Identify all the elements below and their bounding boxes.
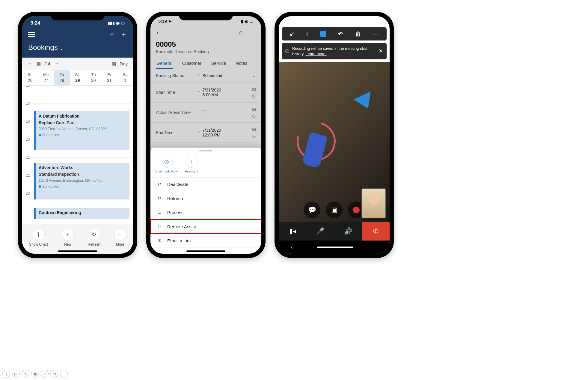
- booking-card[interactable]: A Datum Fabrication Replace Core Part 30…: [34, 111, 129, 150]
- collapse-icon[interactable]: ↙: [290, 30, 295, 37]
- call-bar: ▮◂ 🎤 🔊 ✆: [279, 222, 390, 241]
- card-title: A Datum Fabrication: [39, 114, 126, 118]
- prev-arrow-icon[interactable]: ←: [28, 61, 33, 67]
- ink-icon[interactable]: ℓ: [306, 31, 308, 37]
- refresh-item[interactable]: ↻Refresh: [150, 191, 261, 205]
- remote-assist-item[interactable]: ⬡Remote Assist: [150, 220, 261, 234]
- capture-button[interactable]: ▣: [326, 202, 343, 218]
- recording-banner: ⓘ Recording will be saved in the meeting…: [282, 43, 387, 59]
- android-nav: ‹: [279, 241, 390, 254]
- day-col-today[interactable]: We29: [70, 70, 86, 85]
- app-header: 9:24 ▮▮▮ ◉ ▭ ⌕ ＋ Bookings⌄: [22, 16, 133, 58]
- card-subtitle: Standard Inspection: [39, 172, 126, 177]
- mic-button[interactable]: 🎤: [307, 222, 334, 241]
- video-feed[interactable]: 💬 ▣: [279, 62, 390, 222]
- weekday-header: Su26 Mo27 Tu28 We29 Th30 Fr31 Sa1: [22, 70, 133, 85]
- chevron-down-icon: ⌄: [60, 46, 63, 51]
- self-video-pip[interactable]: [361, 188, 386, 218]
- target-icon: ◎: [161, 156, 173, 168]
- bottom-toolbar: ⭱Show Chart ＋New ↻Refresh ⋯More: [22, 224, 133, 254]
- notch: [51, 12, 105, 20]
- new-button[interactable]: ＋New: [62, 229, 74, 247]
- color-swatch[interactable]: [320, 31, 326, 37]
- speaker-button[interactable]: 🔊: [334, 222, 362, 241]
- card-subtitle: Replace Core Part: [39, 120, 126, 125]
- start-task-flow-button[interactable]: ◎Start Task Flow: [155, 156, 178, 173]
- banner-text: Recording will be saved in the meeting c…: [292, 46, 376, 56]
- signal-icon: ▾▴: [364, 19, 369, 24]
- undo-icon[interactable]: ↶: [338, 30, 343, 37]
- lightbulb-icon: ♀: [186, 156, 197, 168]
- plus-icon: ＋: [62, 229, 74, 241]
- info-icon: ⓘ: [285, 49, 289, 54]
- notch: [179, 12, 233, 20]
- card-address: 3000 East 1st Avenue, Denver, CO, 80206: [39, 127, 126, 131]
- more-button[interactable]: ⋯More: [114, 229, 126, 247]
- day-col[interactable]: Th30: [85, 70, 101, 85]
- day-col[interactable]: Fr31: [101, 70, 117, 85]
- signal-icon: ▮▮▮: [108, 21, 115, 25]
- calendar-grid[interactable]: 13 18 19 20 21 22 23 A Datum Fabrication…: [22, 85, 133, 224]
- refresh-icon: ↻: [88, 229, 100, 241]
- close-icon[interactable]: ✕: [379, 47, 383, 55]
- deactivate-icon: 🗋: [156, 182, 162, 187]
- camera-button[interactable]: ▮◂: [279, 222, 307, 241]
- day-col[interactable]: Sa1: [117, 70, 133, 85]
- trash-icon[interactable]: 🗑: [355, 31, 361, 37]
- calendar-nav: ← ▦ Jul → ▦ Day: [22, 58, 133, 70]
- process-icon: ▭: [156, 210, 162, 215]
- hangup-button[interactable]: ✆: [362, 222, 390, 241]
- card-status: Scheduled: [39, 133, 126, 137]
- email-icon: ✉: [156, 238, 162, 243]
- action-list: 🗋Deactivate ↻Refresh ▭Process ⬡Remote As…: [150, 177, 261, 248]
- chart-icon: ⭱: [33, 229, 45, 241]
- day-col-selected[interactable]: Tu28: [54, 70, 70, 85]
- add-icon[interactable]: ＋: [120, 30, 127, 39]
- card-address: 162 S Avenue, Bloomington, MN, 55425: [39, 178, 126, 183]
- email-link-item[interactable]: ✉Email a Link: [150, 234, 261, 248]
- sheet-handle[interactable]: [199, 150, 212, 151]
- hamburger-icon[interactable]: [28, 32, 35, 37]
- day-col[interactable]: Mo27: [38, 70, 54, 85]
- phone-remote-assist-call: ▾▴ ▮ 12:30 ↙ ℓ ↶ 🗑 ⋯ ⓘ Recording will be…: [275, 12, 394, 258]
- home-indicator[interactable]: [58, 250, 97, 252]
- status-icons: ▮▮▮ ◉ ▭: [108, 20, 125, 26]
- next-arrow-icon[interactable]: →: [54, 61, 59, 67]
- card-title: Contoso Engineering: [39, 210, 126, 215]
- calendar-icon[interactable]: ▦: [37, 61, 41, 67]
- deactivate-item[interactable]: 🗋Deactivate: [150, 178, 261, 191]
- calendar-icon: ▦: [112, 61, 116, 67]
- card-title: Adventure Works: [39, 165, 126, 170]
- refresh-button[interactable]: ↻Refresh: [88, 229, 100, 247]
- assistant-button[interactable]: ♀Assistant: [185, 156, 198, 173]
- day-col[interactable]: Su26: [22, 70, 38, 85]
- card-status: Scheduled: [39, 184, 126, 189]
- month-label: Jul: [44, 61, 50, 66]
- learn-more-link[interactable]: Learn more.: [306, 52, 327, 56]
- booking-card[interactable]: Adventure Works Standard Inspection 162 …: [34, 163, 129, 199]
- chat-button[interactable]: 💬: [304, 202, 320, 218]
- battery-icon: ▮: [370, 19, 373, 24]
- remote-assist-icon: ⬡: [156, 224, 162, 229]
- page-title[interactable]: Bookings⌄: [22, 41, 133, 58]
- action-sheet: ◎Start Task Flow ♀Assistant 🗋Deactivate …: [150, 148, 261, 254]
- view-mode[interactable]: Day: [120, 61, 128, 66]
- back-icon[interactable]: ‹: [291, 244, 293, 250]
- status-time: 9:24: [31, 20, 40, 26]
- status-time: 12:30: [374, 19, 384, 24]
- phone-booking-detail: 5:19 ➤ ▮ ◉ ▭ ‹ ⌕ ＋ 00005 Bookable Resour…: [146, 12, 266, 258]
- process-item[interactable]: ▭Process: [150, 205, 261, 220]
- more-icon: ⋯: [114, 229, 126, 241]
- status-bar: ▾▴ ▮ 12:30: [279, 16, 390, 25]
- more-icon[interactable]: ⋯: [373, 30, 379, 37]
- annotation-arrow: [353, 91, 377, 113]
- show-chart-button[interactable]: ⭱Show Chart: [29, 229, 48, 247]
- battery-icon: ▭: [121, 21, 125, 25]
- search-icon[interactable]: ⌕: [110, 30, 114, 39]
- home-indicator[interactable]: [186, 250, 225, 252]
- wifi-icon: ◉: [116, 21, 120, 25]
- booking-card[interactable]: Contoso Engineering: [34, 208, 129, 219]
- home-indicator[interactable]: [317, 247, 353, 248]
- refresh-icon: ↻: [156, 196, 162, 201]
- annotation-toolbar: ↙ ℓ ↶ 🗑 ⋯: [282, 27, 387, 40]
